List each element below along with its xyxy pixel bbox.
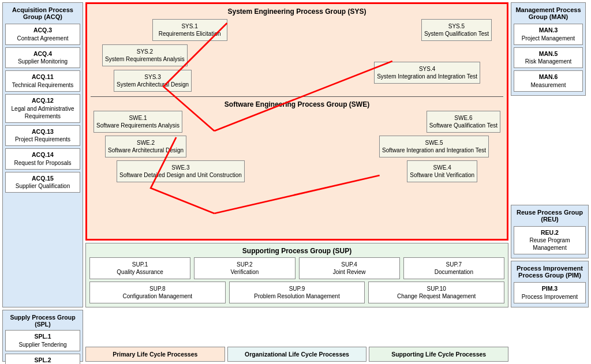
acq-12-box[interactable]: ACQ.12 Legal and Administrative Requirem… <box>5 94 80 123</box>
swe-2-label: Software Architectural Design <box>108 147 184 154</box>
swe-6-code: SWE.6 <box>429 114 498 122</box>
swe-3-box[interactable]: SWE.3 Software Detailed Design and Unit … <box>117 160 245 182</box>
swe-4-label: Software Unit Verification <box>410 171 474 179</box>
legend-supporting: Supporting Life Cycle Processes <box>369 347 508 362</box>
sys-4-box[interactable]: SYS.4 System Integration and Integration… <box>374 62 480 84</box>
spl-1-code: SPL.1 <box>8 333 78 341</box>
acq-3-code: ACQ.3 <box>8 27 78 35</box>
acq-13-label: Project Requirements <box>8 136 78 143</box>
bottom-section: Supply Process Group (SPL) SPL.1 Supplie… <box>2 310 589 362</box>
swe-5-box[interactable]: SWE.5 Software Integration and Integrati… <box>379 136 489 157</box>
sys3-left-row: SYS.3 System Architectural Design <box>91 70 289 92</box>
right-spacer <box>511 98 589 202</box>
sys4-row: SYS.4 System Integration and Integration… <box>374 62 503 84</box>
spl-title: Supply Process Group (SPL) <box>5 314 80 328</box>
swe-4-box[interactable]: SWE.4 Software Unit Verification <box>407 160 477 182</box>
sup-10-label: Change Request Management <box>371 292 502 300</box>
sup-2-label: Verification <box>197 268 292 276</box>
swe-3-code: SWE.3 <box>119 164 242 171</box>
sys-5-box[interactable]: SYS.5 System Qualification Test <box>421 19 492 41</box>
sup-7-label: Documentation <box>406 268 502 276</box>
pim-3-label: Process Improvement <box>516 293 583 301</box>
spl-2-code: SPL.2 <box>8 357 78 364</box>
man-5-label: Risk Management <box>516 58 581 65</box>
swe1-left: SWE.1 Software Requirements Analysis <box>91 111 289 133</box>
swe-rows: SWE.1 Software Requirements Analysis SWE… <box>91 111 503 182</box>
right-legend-spacer <box>511 310 589 362</box>
reu-2-box[interactable]: REU.2 Reuse Program Management <box>514 226 586 255</box>
man-3-code: MAN.3 <box>516 27 581 35</box>
sup-1-label: Quality Assurance <box>92 268 188 276</box>
swe-5-label: Software Integration and Integration Tes… <box>382 147 486 154</box>
sys-1-code: SYS.1 <box>155 22 225 30</box>
swe-6-box[interactable]: SWE.6 Software Qualification Test <box>427 111 500 133</box>
pim-title: Process Improvement Process Group (PIM) <box>514 265 586 279</box>
acq-group: Acquisition Process Group (ACQ) ACQ.3 Co… <box>2 2 83 307</box>
sup-1-box[interactable]: SUP.1 Quality Assurance <box>89 257 190 279</box>
man-5-box[interactable]: MAN.5 Risk Management <box>514 47 583 69</box>
acq-4-code: ACQ.4 <box>8 50 78 58</box>
acq-11-box[interactable]: ACQ.11 Technical Requirements <box>5 70 80 92</box>
spl-2-box[interactable]: SPL.2 Product Release <box>5 354 80 364</box>
sys-4-code: SYS.4 <box>377 65 477 73</box>
right-column: Management Process Group (MAN) MAN.3 Pro… <box>511 2 589 307</box>
pim-3-code: PIM.3 <box>516 285 583 293</box>
acq-14-box[interactable]: ACQ.14 Request for Proposals <box>5 148 80 170</box>
sys-2-box[interactable]: SYS.2 System Requirements Analysis <box>102 44 188 66</box>
swe-2-code: SWE.2 <box>108 139 184 147</box>
spl-1-label: Supplier Tendering <box>8 341 78 348</box>
man-6-box[interactable]: MAN.6 Measurement <box>514 70 583 92</box>
acq-13-code: ACQ.13 <box>8 128 78 136</box>
man-5-code: MAN.5 <box>516 50 581 58</box>
pim-group: Process Improvement Process Group (PIM) … <box>511 261 589 307</box>
sys-swe-divider <box>91 96 503 97</box>
sup-9-code: SUP.9 <box>232 285 362 292</box>
sys-1-box[interactable]: SYS.1 Requirements Elicitation <box>152 19 227 41</box>
sys-title: System Engineering Process Group (SYS) <box>91 7 503 16</box>
sup-2-box[interactable]: SUP.2 Verification <box>194 257 295 279</box>
swe-4-code: SWE.4 <box>410 164 474 171</box>
acq-3-label: Contract Agreement <box>8 35 78 42</box>
sup-9-box[interactable]: SUP.9 Problem Resolution Management <box>229 282 365 303</box>
swe4-row: SWE.4 Software Unit Verification <box>407 160 503 182</box>
man-3-box[interactable]: MAN.3 Project Management <box>514 24 583 45</box>
acq-11-label: Technical Requirements <box>8 81 78 89</box>
sup-7-box[interactable]: SUP.7 Documentation <box>403 257 504 279</box>
sys1-row: SYS.1 Requirements Elicitation <box>91 19 289 41</box>
spl-1-box[interactable]: SPL.1 Supplier Tendering <box>5 330 80 351</box>
sys-5-code: SYS.5 <box>424 22 489 30</box>
sys-3-box[interactable]: SYS.3 System Architectural Design <box>114 70 192 92</box>
sup-8-box[interactable]: SUP.8 Configuration Management <box>89 282 226 303</box>
reu-2-code: REU.2 <box>516 229 583 237</box>
man-3-label: Project Management <box>516 35 581 42</box>
sup-10-code: SUP.10 <box>371 285 502 292</box>
man-title: Management Process Group (MAN) <box>514 6 583 20</box>
swe-6-label: Software Qualification Test <box>429 122 498 129</box>
sys-swe-area: System Engineering Process Group (SYS) S… <box>85 2 508 241</box>
acq-4-box[interactable]: ACQ.4 Supplier Monitoring <box>5 47 80 69</box>
sup-4-box[interactable]: SUP.4 Joint Review <box>299 257 400 279</box>
swe-2-box[interactable]: SWE.2 Software Architectural Design <box>105 136 186 157</box>
sys-3-label: System Architectural Design <box>117 81 189 88</box>
sys-1-label: Requirements Elicitation <box>155 30 225 37</box>
sys-4-label: System Integration and Integration Test <box>377 73 477 80</box>
sup-4-code: SUP.4 <box>302 261 397 268</box>
swe-title: Software Engineering Process Group (SWE) <box>91 100 503 108</box>
sup-row-1: SUP.1 Quality Assurance SUP.2 Verificati… <box>89 257 504 279</box>
sup-8-code: SUP.8 <box>92 285 223 292</box>
pim-3-box[interactable]: PIM.3 Process Improvement <box>514 282 586 303</box>
sup-10-box[interactable]: SUP.10 Change Request Management <box>368 282 504 303</box>
swe-1-code: SWE.1 <box>96 114 179 122</box>
swe-1-box[interactable]: SWE.1 Software Requirements Analysis <box>93 111 182 133</box>
sup-8-label: Configuration Management <box>92 292 223 300</box>
swe2-left: SWE.2 Software Architectural Design <box>91 136 289 157</box>
acq-15-box[interactable]: ACQ.15 Supplier Qualification <box>5 172 80 193</box>
acq-13-box[interactable]: ACQ.13 Project Requirements <box>5 125 80 147</box>
swe5-row: SWE.5 Software Integration and Integrati… <box>379 136 503 157</box>
acq-15-code: ACQ.15 <box>8 175 78 183</box>
reu-2-label: Reuse Program Management <box>516 237 583 252</box>
sup-9-label: Problem Resolution Management <box>232 292 362 300</box>
swe-3-label: Software Detailed Design and Unit Constr… <box>119 171 242 179</box>
acq-3-box[interactable]: ACQ.3 Contract Agreement <box>5 24 80 45</box>
legend-primary: Primary Life Cycle Processes <box>85 347 225 362</box>
